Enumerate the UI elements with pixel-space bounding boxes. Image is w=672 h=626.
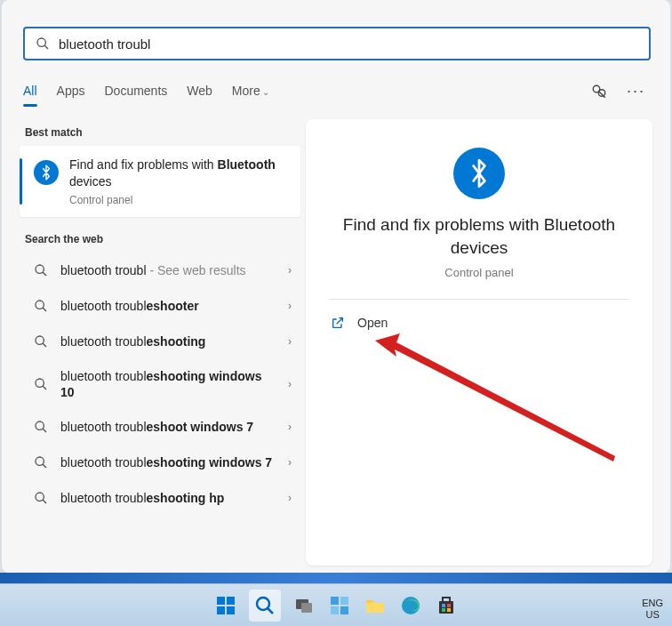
taskbar-search-button[interactable] [249,590,281,622]
svg-rect-36 [442,604,445,607]
svg-rect-38 [442,608,445,612]
search-icon [34,377,48,391]
svg-rect-28 [331,597,339,605]
chevron-right-icon: › [288,421,292,433]
top-actions: ··· [591,82,645,100]
chevron-right-icon: › [288,492,292,504]
language-indicator[interactable]: ENG US [642,598,663,621]
file-explorer-button[interactable] [363,593,388,618]
svg-rect-20 [217,597,225,605]
preview-subtitle: Control panel [329,266,629,279]
edge-button[interactable] [398,593,423,618]
svg-rect-27 [301,603,312,613]
search-icon [34,420,48,434]
svg-point-5 [36,265,44,273]
bluetooth-icon [453,148,505,199]
search-icon [34,263,48,277]
svg-line-6 [43,272,46,276]
preview-card: Find and fix problems with Bluetooth dev… [306,119,652,566]
svg-point-0 [37,38,45,46]
svg-line-8 [43,308,46,311]
svg-rect-31 [340,606,348,614]
tab-web[interactable]: Web [187,80,212,105]
divider [329,299,629,300]
open-external-icon [331,316,345,330]
svg-rect-32 [366,603,384,613]
svg-point-15 [36,457,44,465]
svg-rect-30 [331,606,339,614]
svg-line-12 [43,386,46,389]
filter-tabs: All Apps Documents Web More⌄ [23,80,269,105]
svg-point-24 [257,598,269,610]
best-match-result[interactable]: Find and fix problems with Bluetooth dev… [20,146,300,217]
store-button[interactable] [434,593,459,618]
web-result[interactable]: bluetooth troubl - See web results › [20,253,300,288]
tab-more[interactable]: More⌄ [232,80,269,105]
web-result[interactable]: bluetooth troubleshooting windows 10 › [20,359,300,409]
start-button[interactable] [213,593,238,618]
taskbar: ENG US [0,583,672,626]
more-options-icon[interactable]: ··· [627,82,645,100]
svg-point-7 [36,301,44,309]
web-result[interactable]: bluetooth troubleshooting hp › [20,480,300,516]
svg-point-3 [598,89,605,96]
svg-line-1 [44,45,48,49]
best-match-label: Best match [25,126,300,139]
best-match-text: Find and fix problems with Bluetooth dev… [69,156,288,206]
chevron-right-icon: › [288,335,292,348]
web-results-list: bluetooth troubl - See web results › blu… [20,253,300,516]
svg-rect-22 [217,606,225,614]
tab-documents[interactable]: Documents [104,80,167,105]
search-icon [36,36,50,51]
svg-line-16 [43,464,46,468]
svg-rect-39 [447,608,451,612]
chevron-down-icon: ⌄ [262,87,269,97]
svg-rect-23 [227,606,235,614]
search-panel: All Apps Documents Web More⌄ ··· Best ma… [2,0,670,573]
svg-line-18 [43,500,46,503]
web-result[interactable]: bluetooth troubleshooter › [20,288,300,324]
web-result[interactable]: bluetooth troubleshooting › [20,324,300,359]
svg-point-17 [36,493,44,501]
svg-line-10 [43,343,46,347]
widgets-button[interactable] [327,593,352,618]
task-view-button[interactable] [292,593,316,618]
search-icon [34,334,48,349]
open-button[interactable]: Open [329,312,629,333]
search-icon [34,491,48,505]
svg-point-9 [36,336,44,344]
svg-rect-29 [340,597,348,605]
chevron-right-icon: › [288,378,292,390]
web-result[interactable]: bluetooth troubleshooting windows 7 › [20,445,300,480]
svg-point-13 [36,421,44,429]
search-web-label: Search the web [25,233,300,245]
tab-apps[interactable]: Apps [57,80,85,105]
search-input[interactable] [59,36,640,52]
svg-point-33 [402,597,420,614]
desktop-wallpaper [0,573,672,583]
preview-title: Find and fix problems with Bluetooth dev… [329,213,629,259]
chevron-right-icon: › [288,300,292,312]
svg-rect-35 [443,598,450,602]
svg-point-11 [36,379,44,387]
results-column: Best match Find and fix problems with Bl… [20,119,300,516]
search-box[interactable] [23,27,651,60]
bluetooth-icon [34,160,59,185]
chevron-right-icon: › [288,456,292,469]
recent-searches-icon[interactable] [591,84,607,100]
search-icon [34,455,48,470]
svg-line-14 [43,429,46,432]
svg-line-25 [268,608,273,614]
svg-rect-37 [447,604,451,607]
chevron-right-icon: › [288,264,292,277]
svg-rect-21 [227,597,235,605]
web-result[interactable]: bluetooth troubleshoot windows 7 › [20,409,300,445]
svg-rect-34 [439,601,453,614]
search-icon [34,299,48,313]
tab-all[interactable]: All [23,80,37,105]
